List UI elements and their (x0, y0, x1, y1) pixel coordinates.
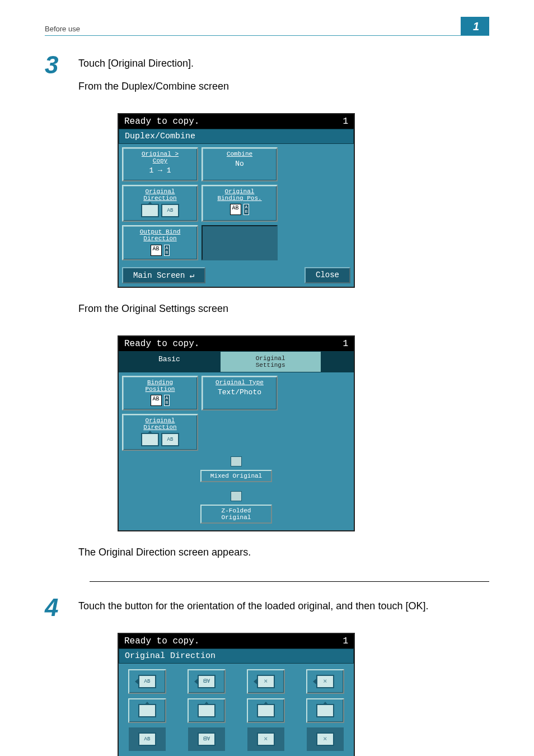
orientation-icon: ⤬ (257, 732, 275, 746)
copy-count: 1 (343, 339, 348, 349)
up-arrow-icon: ↵ (190, 271, 194, 280)
panel-title: Duplex/Combine (119, 129, 354, 144)
empty-cell (202, 225, 278, 260)
mixed-original-area: Mixed Original (199, 454, 273, 486)
step-divider (90, 581, 489, 582)
original-copy-button[interactable]: Original > Copy 1 → 1 (122, 147, 198, 181)
direction-option-10[interactable]: ᗺ∀ (188, 727, 225, 751)
ab-stack-icon: AB (164, 245, 170, 256)
orientation-icon: ᗺ∀ (198, 675, 216, 688)
status-bar: Ready to copy. 1 (119, 114, 354, 129)
orientation-icon (198, 704, 216, 717)
original-direction-button[interactable]: Original Direction AB (122, 414, 198, 451)
copy-count: 1 (343, 636, 348, 646)
orientation-icon: ᗺ∀ (198, 732, 216, 746)
original-direction-panel: Ready to copy. 1 Original Direction AB ᗺ… (118, 633, 355, 756)
duplex-combine-panel: Ready to copy. 1 Duplex/Combine Original… (118, 113, 355, 288)
original-binding-pos-button[interactable]: Original Binding Pos. AB AB (202, 185, 278, 222)
ab-icon: AB (151, 395, 162, 406)
orientation-icon (257, 704, 275, 717)
step3-instruction: Touch [Original Direction]. (78, 56, 489, 71)
original-settings-panel: Ready to copy. 1 Basic Original Settings… (118, 335, 355, 531)
copy-count: 1 (343, 116, 348, 127)
step4-instruction: Touch the button for the orientation of … (78, 599, 489, 614)
direction-option-2[interactable]: ᗺ∀ (188, 669, 226, 694)
original-type-button[interactable]: Original Type Text/Photo (202, 376, 278, 410)
panel-title: Original Direction (119, 648, 354, 664)
status-text: Ready to copy. (124, 116, 199, 127)
direction-option-9[interactable]: AB (129, 727, 166, 751)
zfolded-area: Z-Folded Original (199, 489, 273, 527)
ab-stack-icon: AB (164, 395, 170, 406)
direction-option-7[interactable] (247, 698, 285, 723)
orientation-icon: ⤬ (316, 675, 334, 688)
orientation-icon: AB (138, 675, 156, 688)
document-icon (231, 456, 242, 466)
ab-icon: AB (151, 245, 162, 256)
ab-icon: AB (230, 204, 241, 215)
binding-position-button[interactable]: Binding Position AB AB (122, 376, 198, 410)
step3-result: The Original Direction screen appears. (78, 545, 489, 560)
direction-option-8[interactable] (306, 698, 344, 723)
direction-option-12[interactable]: ⤬ (307, 727, 344, 751)
step-number-4: 4 (45, 595, 78, 622)
mixed-original-button[interactable]: Mixed Original (200, 470, 272, 482)
direction-icon (141, 204, 159, 217)
header-section-title: Before use (45, 25, 80, 33)
tab-original-settings[interactable]: Original Settings (220, 351, 321, 372)
direction-icon (141, 433, 159, 446)
step3-caption-settings: From the Original Settings screen (78, 301, 489, 316)
orientation-icon: ⤬ (257, 675, 275, 688)
output-bind-direction-button[interactable]: Output Bind Direction AB AB (122, 225, 198, 260)
ab-stack-icon: AB (243, 204, 250, 215)
orientation-icon: ⤬ (316, 732, 334, 746)
empty-cell (277, 454, 350, 486)
status-bar: Ready to copy. 1 (119, 634, 354, 648)
orientation-icon (138, 704, 156, 717)
empty-cell (122, 489, 196, 527)
empty-cell (202, 414, 275, 451)
status-bar: Ready to copy. 1 (119, 337, 354, 351)
orientation-icon: AB (138, 732, 156, 746)
document-icon (231, 491, 242, 501)
step-number-3: 3 (45, 53, 78, 102)
z-folded-original-button[interactable]: Z-Folded Original (200, 505, 272, 524)
page-header: Before use 1 (45, 17, 489, 36)
orientation-icon (316, 704, 334, 717)
close-button[interactable]: Close (305, 267, 350, 283)
direction-option-6[interactable] (188, 698, 226, 723)
chapter-number-tab: 1 (461, 17, 489, 35)
direction-option-1[interactable]: AB (128, 669, 166, 694)
main-screen-button[interactable]: Main Screen ↵ (122, 267, 205, 283)
direction-option-11[interactable]: ⤬ (247, 727, 284, 751)
direction-icon: AB (161, 204, 179, 217)
direction-option-3[interactable]: ⤬ (247, 669, 285, 694)
tab-basic[interactable]: Basic (119, 351, 220, 372)
status-text: Ready to copy. (124, 636, 199, 646)
direction-option-4[interactable]: ⤬ (306, 669, 344, 694)
direction-option-5[interactable] (128, 698, 166, 723)
original-direction-button[interactable]: Original Direction AB (122, 185, 198, 222)
tab-empty (321, 351, 354, 372)
empty-cell (122, 454, 196, 486)
status-text: Ready to copy. (124, 339, 199, 349)
direction-icon: AB (161, 433, 179, 446)
step3-caption-duplex: From the Duplex/Combine screen (78, 79, 489, 94)
combine-button[interactable]: Combine No (202, 147, 278, 181)
